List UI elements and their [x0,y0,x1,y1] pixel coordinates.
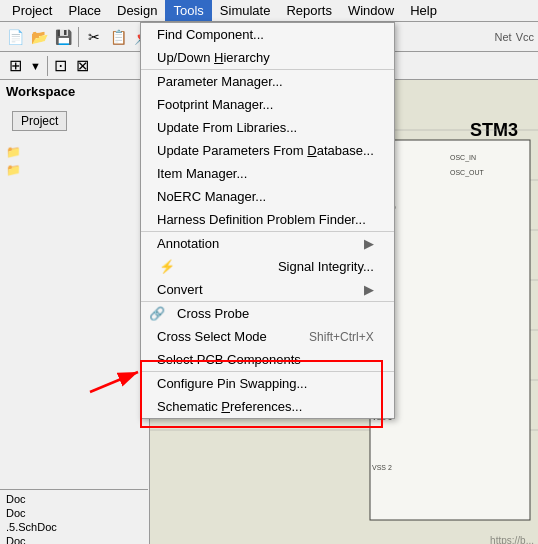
menu-item-label-footprint: Footprint Manager... [157,97,273,112]
toolbar-icon-new[interactable]: 📄 [4,26,26,48]
menu-item-select-pcb[interactable]: Select PCB Components [141,348,394,371]
panel-icon-2: 📁 [6,163,21,177]
toolbar2-dropdown[interactable]: ▼ [30,58,41,73]
vcc-label: Vcc [516,31,534,43]
toolbar2-sep [47,56,48,76]
menu-item-configure-pin[interactable]: Configure Pin Swapping... [141,371,394,395]
cross-select-shortcut: Shift+Ctrl+X [309,330,374,344]
menu-help[interactable]: Help [402,0,445,21]
doc-item-1[interactable]: Doc [0,492,148,506]
menu-item-label-param-mgr: Parameter Manager... [157,74,283,89]
convert-arrow-icon: ▶ [364,282,374,297]
toolbar-icon-cut[interactable]: ✂ [83,26,105,48]
doc-item-4[interactable]: Doc [0,534,148,544]
menu-item-update-params-db[interactable]: Update Parameters From Database... [141,139,394,162]
cross-probe-icon: 🔗 [147,306,167,321]
menu-item-label-configure-pin: Configure Pin Swapping... [157,376,307,391]
menu-item-label-find-component: Find Component... [157,27,264,42]
menu-item-noerc-manager[interactable]: NoERC Manager... [141,185,394,208]
menu-simulate[interactable]: Simulate [212,0,279,21]
menu-project[interactable]: Project [4,0,60,21]
menu-item-label-noerc: NoERC Manager... [157,189,266,204]
net-label: Net [495,31,512,43]
menu-item-harness[interactable]: Harness Definition Problem Finder... [141,208,394,231]
menu-item-label-signal: Signal Integrity... [278,259,374,274]
workspace-label: Workspace [0,80,149,103]
menu-item-signal-integrity[interactable]: ⚡ Signal Integrity... [141,255,394,278]
toolbar2-icon1[interactable]: ⊞ [4,55,26,77]
svg-text:VSS 2: VSS 2 [372,464,392,471]
panel-icon-1: 📁 [6,145,21,159]
toolbar2-icon3[interactable]: ⊠ [72,55,94,77]
menu-item-label-annotation: Annotation [157,236,219,251]
menu-item-updown-hierarchy[interactable]: Up/Down Hierarchy [141,46,394,69]
menu-item-cross-select[interactable]: Cross Select Mode Shift+Ctrl+X [141,325,394,348]
annotation-arrow-icon: ▶ [364,236,374,251]
menu-item-convert[interactable]: Convert ▶ [141,278,394,301]
svg-text:OSC_IN: OSC_IN [450,154,476,162]
signal-integrity-icon: ⚡ [157,259,177,274]
menu-item-parameter-manager[interactable]: Parameter Manager... [141,69,394,93]
menu-item-label-updown: Up/Down Hierarchy [157,50,270,65]
menu-item-label-schematic-prefs: Schematic Preferences... [157,399,302,414]
menu-item-footprint-manager[interactable]: Footprint Manager... [141,93,394,116]
svg-text:OSC_OUT: OSC_OUT [450,169,485,177]
menu-window[interactable]: Window [340,0,402,21]
menu-item-label-cross-probe: Cross Probe [177,306,249,321]
menu-item-cross-probe[interactable]: 🔗 Cross Probe [141,301,394,325]
menubar: Project Place Design Tools Simulate Repo… [0,0,538,22]
toolbar-separator-1 [78,27,79,47]
toolbar-icon-save[interactable]: 💾 [52,26,74,48]
toolbar-icon-copy[interactable]: 📋 [107,26,129,48]
project-button[interactable]: Project [12,111,67,131]
menu-item-find-component[interactable]: Find Component... [141,23,394,46]
doc-item-3[interactable]: .5.SchDoc [0,520,148,534]
toolbar-icon-open[interactable]: 📂 [28,26,50,48]
menu-item-schematic-prefs[interactable]: Schematic Preferences... [141,395,394,418]
menu-item-label-convert: Convert [157,282,203,297]
toolbar2-icon2[interactable]: ⊡ [50,55,72,77]
panel-icon-item-1[interactable]: 📁 [2,143,147,161]
panel-icon-item-2[interactable]: 📁 [2,161,147,179]
menu-item-label-cross-select: Cross Select Mode [157,329,267,344]
left-panel: Workspace Project 📁 📁 Doc Doc .5.SchDoc … [0,80,150,544]
menu-item-label-select-pcb: Select PCB Components [157,352,301,367]
menu-place[interactable]: Place [60,0,109,21]
menu-reports[interactable]: Reports [278,0,340,21]
menu-item-update-libs[interactable]: Update From Libraries... [141,116,394,139]
tools-dropdown-menu[interactable]: Find Component... Up/Down Hierarchy Para… [140,22,395,419]
menu-item-annotation[interactable]: Annotation ▶ [141,231,394,255]
menu-item-label-update-libs: Update From Libraries... [157,120,297,135]
menu-tools[interactable]: Tools [165,0,211,21]
menu-design[interactable]: Design [109,0,165,21]
menu-item-item-manager[interactable]: Item Manager... [141,162,394,185]
doc-list: Doc Doc .5.SchDoc Doc [0,489,148,544]
menu-item-label-item-mgr: Item Manager... [157,166,247,181]
menu-item-label-harness: Harness Definition Problem Finder... [157,212,366,227]
menu-item-label-update-params: Update Parameters From Database... [157,143,374,158]
doc-item-2[interactable]: Doc [0,506,148,520]
